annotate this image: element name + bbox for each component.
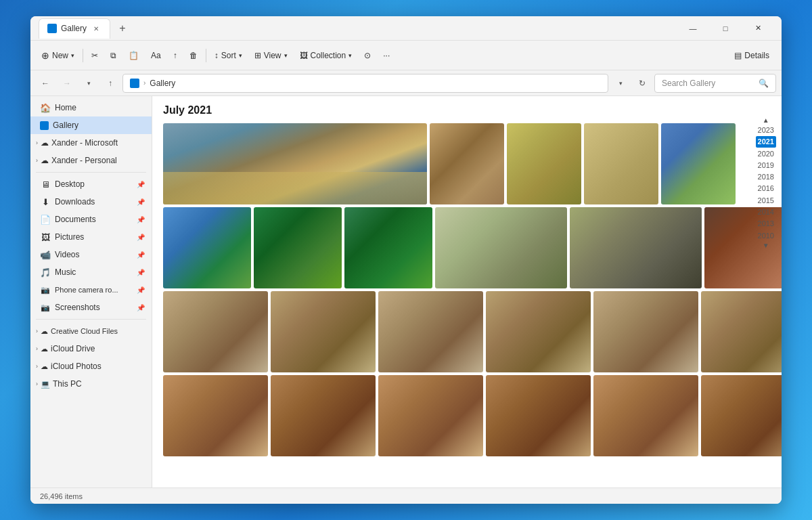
photo-bird-4[interactable] [486,291,591,372]
new-button[interactable]: ⊕ New ▾ [36,45,80,66]
phone-camera-label: Phone camera ro... [55,286,118,294]
sidebar-item-music[interactable]: 🎵 Music 📌 [30,263,152,281]
photo-nest-5[interactable] [593,375,698,456]
forward-button[interactable]: → [58,74,76,93]
paste-button[interactable]: 📋 [123,45,144,66]
photo-bird-sign-2[interactable] [163,207,251,288]
year-2013[interactable]: 2013 [756,218,776,229]
back-button[interactable]: ← [36,74,55,93]
photo-bird-2[interactable] [271,291,376,372]
desktop-pin-icon: 📌 [137,181,145,188]
icloud-photos-icon: ☁ [41,362,48,371]
refresh-button[interactable]: ↻ [633,74,652,93]
year-scroll-down[interactable]: ▼ [763,242,769,249]
address-input[interactable]: › Gallery [122,74,608,93]
photo-field-wide[interactable] [570,207,702,288]
sidebar-item-home[interactable]: 🏠 Home [30,99,152,116]
photo-nest-4[interactable] [486,375,591,456]
photo-cork-board[interactable] [430,123,504,204]
year-2021[interactable]: 2021 [756,136,776,147]
photo-birds-sign-outdoor[interactable] [661,123,736,204]
sidebar-item-phone-camera[interactable]: 📷 Phone camera ro... 📌 [30,281,152,299]
sidebar-group-icloud-drive[interactable]: › ☁ iCloud Drive [30,340,152,358]
sidebar-group-icloud-photos[interactable]: › ☁ iCloud Photos [30,358,152,375]
photo-nest-2[interactable] [271,375,376,456]
sidebar-group-xander-personal[interactable]: › ☁ Xander - Personal [30,152,152,169]
photo-field-bird[interactable] [435,207,567,288]
photo-bird-3[interactable] [378,291,483,372]
details-button[interactable]: ▤ Details [727,48,776,63]
view-button[interactable]: ⊞ View ▾ [249,45,293,66]
collection-icon: 🖼 [300,51,308,60]
sidebar-item-gallery[interactable]: Gallery [30,116,152,134]
sidebar-group-this-pc[interactable]: › 💻 This PC [30,375,152,393]
more-button[interactable]: ··· [378,45,395,66]
year-2023[interactable]: 2023 [756,125,776,135]
photo-plant-close[interactable] [254,207,342,288]
downloads-icon: ⬇ [40,197,51,207]
cut-button[interactable]: ✂ [86,45,104,66]
sidebar-item-videos[interactable]: 📹 Videos 📌 [30,246,152,263]
gallery-icon [40,121,49,130]
xander-ms-chevron: › [36,139,38,146]
recent-dropdown-button[interactable]: ▾ [79,74,98,93]
gallery-tab[interactable]: Gallery ✕ [39,18,110,39]
year-2018[interactable]: 2018 [756,171,776,182]
xander-personal-icon: ☁ [41,156,49,165]
photo-plant-2[interactable] [344,207,432,288]
sort-button[interactable]: ↕ Sort ▾ [209,45,248,66]
collection-button[interactable]: 🖼 Collection ▾ [294,45,358,66]
address-dropdown-button[interactable]: ▾ [611,74,630,93]
gallery-label: Gallery [53,121,78,130]
desktop-label: Desktop [55,179,85,189]
music-pin-icon: 📌 [137,269,145,276]
cc-chevron: › [36,328,38,334]
year-2010[interactable]: 2010 [756,230,776,241]
up-button[interactable]: ↑ [101,74,120,93]
photo-bird-5[interactable] [593,291,698,372]
photo-panorama[interactable] [163,123,427,204]
year-2016[interactable]: 2016 [756,183,776,194]
sidebar-item-pictures[interactable]: 🖼 Pictures 📌 [30,228,152,246]
maximize-button[interactable]: □ [710,18,741,39]
sidebar-group-creative-cloud[interactable]: › ☁ Creative Cloud Files [30,322,152,340]
cc-icon: ☁ [41,327,48,336]
sidebar-item-downloads[interactable]: ⬇ Downloads 📌 [30,193,152,211]
minimize-button[interactable]: — [677,18,708,39]
new-dropdown-icon: ▾ [71,52,74,59]
cast-button[interactable]: ⊙ [359,45,376,66]
pictures-pin-icon: 📌 [137,234,145,241]
year-2020[interactable]: 2020 [756,148,776,159]
pictures-label: Pictures [55,232,84,242]
sidebar-group-xander-ms[interactable]: › ☁ Xander - Microsoft [30,134,152,152]
xander-ms-icon: ☁ [41,138,49,148]
year-2015[interactable]: 2015 [756,195,776,206]
sidebar-divider-2 [36,319,146,320]
photo-room[interactable] [507,123,581,204]
year-scroll-up[interactable]: ▲ [763,116,769,124]
photo-bird-1[interactable] [163,291,268,372]
close-button[interactable]: ✕ [742,18,773,39]
view-dropdown-icon: ▾ [284,52,288,59]
new-tab-button[interactable]: + [113,19,132,38]
desktop-icon: 🖥 [40,179,51,190]
sidebar-item-screenshots[interactable]: 📷 Screenshots 📌 [30,299,152,316]
search-box[interactable]: Search Gallery 🔍 [654,74,776,93]
copy-button[interactable]: ⧉ [105,45,122,66]
this-pc-chevron: › [36,381,38,387]
photo-hay-room[interactable] [584,123,658,204]
rename-button[interactable]: Aa [145,45,166,66]
photo-nest-3[interactable] [378,375,483,456]
tab-close-button[interactable]: ✕ [91,23,102,34]
sidebar-item-desktop[interactable]: 🖥 Desktop 📌 [30,175,152,193]
photo-nest-1[interactable] [163,375,268,456]
year-2019[interactable]: 2019 [756,160,776,171]
year-2014[interactable]: 2014 [756,207,776,217]
address-path: Gallery [150,79,175,88]
delete-button[interactable]: 🗑 [184,45,203,66]
sidebar: 🏠 Home Gallery › ☁ Xander - Microsoft › … [30,96,152,488]
main-content: 🏠 Home Gallery › ☁ Xander - Microsoft › … [30,96,782,488]
sidebar-item-documents[interactable]: 📄 Documents 📌 [30,211,152,228]
share-button[interactable]: ↑ [168,45,183,66]
screenshots-pin-icon: 📌 [137,304,145,311]
